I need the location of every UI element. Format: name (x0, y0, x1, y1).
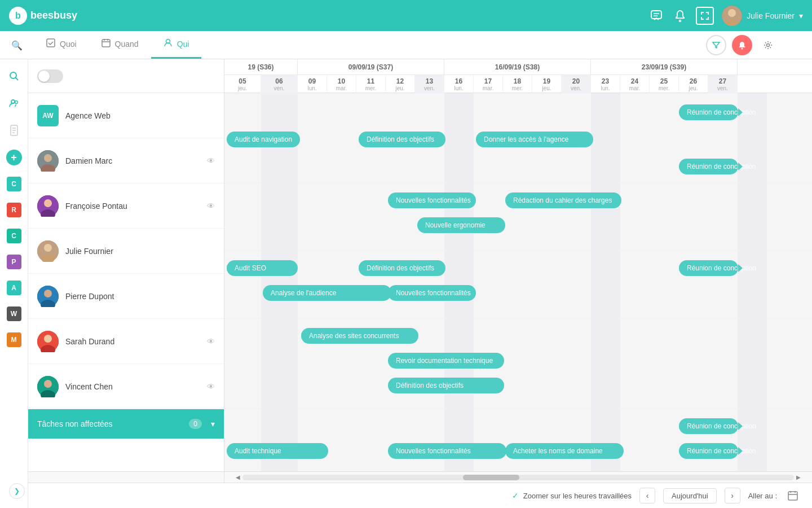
day-11: 11mer. (356, 75, 386, 93)
sidebar-icon-doc[interactable] (6, 122, 22, 138)
today-button[interactable]: Aujourd'hui (663, 488, 717, 503)
notification-icon[interactable] (672, 8, 688, 24)
sidebar-letter-w1[interactable]: W (7, 306, 21, 321)
tab-quoi[interactable]: Quoi (34, 31, 89, 59)
day-27: 27ven. (708, 75, 738, 93)
sidebar-letter-c2[interactable]: C (7, 229, 21, 243)
scrollbar-thumb[interactable] (463, 475, 519, 480)
avatar-damien-marc (37, 150, 59, 172)
person-row-damien-marc[interactable]: Damien Marc 👁 (28, 138, 224, 183)
topnav-icons: Julie Fournier ▾ (648, 6, 803, 26)
person-row-agence-web[interactable]: AW Agence Web (28, 93, 224, 138)
filter-button[interactable] (706, 35, 726, 55)
tab-qui[interactable]: Qui (151, 31, 202, 59)
task-audit-tech-pd[interactable]: Audit technique (227, 443, 328, 459)
day-10: 10mar. (327, 75, 356, 93)
user-chevron: ▾ (799, 11, 803, 20)
settings-button[interactable] (758, 35, 778, 55)
scroll-right-arrow[interactable]: ▶ (794, 472, 803, 483)
task-acheter-noms-pd[interactable]: Acheter les noms de domaine (505, 443, 624, 459)
task-reunion-conception-aw-top[interactable]: Réunion de conception (679, 104, 738, 120)
person-row-julie-fournier[interactable]: Julie Fournier (28, 229, 224, 274)
chat-icon[interactable] (648, 8, 664, 24)
user-info[interactable]: Julie Fournier ▾ (722, 6, 803, 26)
sidebar-icon-add[interactable]: + (6, 150, 22, 165)
task-nouvelles-fonc-dm[interactable]: Nouvelles fonctionnalités (388, 192, 476, 208)
sidebar-icon-search[interactable] (6, 68, 22, 84)
unassigned-row[interactable]: Tâches non affectées 0 ▾ (28, 409, 224, 439)
zoom-check[interactable]: ✓ Zoomer sur les heures travaillées (512, 491, 632, 500)
toggle-switch[interactable] (37, 69, 63, 83)
alert-button[interactable] (732, 35, 752, 55)
search-icon[interactable]: 🔍 (11, 40, 23, 50)
task-reunion-fp[interactable]: Réunion de conception (679, 260, 738, 276)
avatar-julie-fournier (37, 240, 59, 262)
gantt-row-francoise-pontau: Audit SEO Définition des objectifs Réuni… (224, 251, 812, 319)
scroll-left-arrow[interactable]: ◀ (233, 472, 242, 483)
svg-point-15 (10, 72, 16, 78)
task-nouvelles-fonc-fp[interactable]: Nouvelles fonctionnalités (388, 285, 476, 301)
eye-icon-damien[interactable]: 👁 (207, 156, 215, 165)
eye-icon-francoise[interactable]: 👁 (207, 202, 215, 211)
task-nouvelle-ergo-dm[interactable]: Nouvelle ergonomie (417, 217, 505, 233)
task-reunion-conception-aw-bot[interactable]: Réunion de conception (679, 159, 738, 174)
sidebar-letter-p1[interactable]: P (7, 255, 21, 269)
svg-point-30 (44, 244, 52, 252)
day-17: 17mar. (474, 75, 503, 93)
gantt-row-pierre-dupont: Réunion de conception Audit technique No… (224, 409, 812, 471)
gantt-row-julie-fournier: Analyse des sites concurrents Revoir doc… (224, 319, 812, 409)
tabs-bar: 🔍 Quoi Quand Qui (0, 31, 812, 59)
task-donner-acces-aw[interactable]: Donner les accès à l'agence (476, 132, 593, 147)
app-name: beesbusy (30, 10, 77, 21)
tab-quand[interactable]: Quand (89, 31, 151, 59)
gantt-chart[interactable]: 19 (S36) 09/09/19 (S37) 16/09/19 (S38) 2… (224, 59, 812, 471)
task-analyse-sites-jf[interactable]: Analyse des sites concurrents (301, 328, 418, 344)
user-name: Julie Fournier (747, 11, 795, 20)
scrollbar-bg (242, 475, 794, 480)
task-audit-seo-fp[interactable]: Audit SEO (227, 260, 298, 276)
nav-prev-button[interactable]: ‹ (639, 488, 655, 503)
eye-icon-sarah[interactable]: 👁 (207, 337, 215, 346)
svg-point-33 (44, 290, 52, 297)
day-headers: 05jeu. 06ven. 09lun. 10mar. 11mer. 12jeu… (224, 75, 812, 93)
svg-point-27 (44, 199, 52, 207)
person-row-vincent-chen[interactable]: Vincent Chen 👁 (28, 364, 224, 409)
person-row-sarah-durand[interactable]: Sarah Durand 👁 (28, 319, 224, 364)
unassigned-chevron: ▾ (211, 419, 215, 428)
scrollbar-left-spacer (28, 472, 224, 483)
sidebar-letter-a1[interactable]: A (7, 281, 21, 295)
day-13: 13ven. (415, 75, 444, 93)
nav-next-button[interactable]: › (725, 488, 740, 503)
person-row-francoise-pontau[interactable]: Françoise Pontau 👁 (28, 183, 224, 229)
task-revoir-doc-jf[interactable]: Revoir documentation technique (388, 353, 504, 369)
calendar-icon-button[interactable] (785, 488, 801, 503)
svg-point-36 (44, 335, 52, 343)
person-name-vincent-chen: Vincent Chen (65, 382, 200, 391)
svg-point-3 (679, 20, 681, 21)
task-audit-nav-aw[interactable]: Audit de navigation (227, 132, 300, 147)
svg-rect-8 (102, 40, 110, 47)
sidebar-letter-c1[interactable]: C (7, 177, 21, 191)
person-name-francoise-pontau: Françoise Pontau (65, 202, 200, 211)
person-row-pierre-dupont[interactable]: Pierre Dupont (28, 274, 224, 319)
task-reunion-pd2[interactable]: Réunion de conception (679, 443, 738, 459)
sidebar-letter-m1[interactable]: M (7, 332, 21, 347)
task-nouvelles-fonc-pd[interactable]: Nouvelles fonctionnalités (388, 443, 506, 459)
sidebar-icon-people[interactable] (6, 95, 22, 111)
task-def-obj-aw[interactable]: Définition des objectifs (359, 132, 445, 147)
day-20: 20ven. (562, 75, 591, 93)
goto-label: Aller au : (748, 492, 777, 500)
zoom-label: Zoomer sur les heures travaillées (523, 492, 632, 500)
task-reunion-pd[interactable]: Réunion de conception (679, 418, 738, 434)
scrollbar-track[interactable]: ◀ ▶ (224, 472, 812, 483)
week-s36-label: 19 (S36) (248, 63, 273, 71)
week-s39: 23/09/19 (S39) (591, 59, 738, 75)
expand-icon[interactable] (696, 7, 714, 25)
task-def-obj-fp[interactable]: Définition des objectifs (359, 260, 445, 276)
sidebar-expand-arrow[interactable]: ❯ (9, 483, 25, 499)
task-def-obj-jf[interactable]: Définition des objectifs (388, 378, 504, 393)
task-analyse-audience-fp[interactable]: Analyse de l'audience (263, 285, 391, 301)
eye-icon-vincent[interactable]: 👁 (207, 382, 215, 391)
task-redaction-cahier-dm[interactable]: Rédaction du cahier des charges (505, 192, 621, 208)
sidebar-letter-r1[interactable]: R (7, 203, 21, 217)
